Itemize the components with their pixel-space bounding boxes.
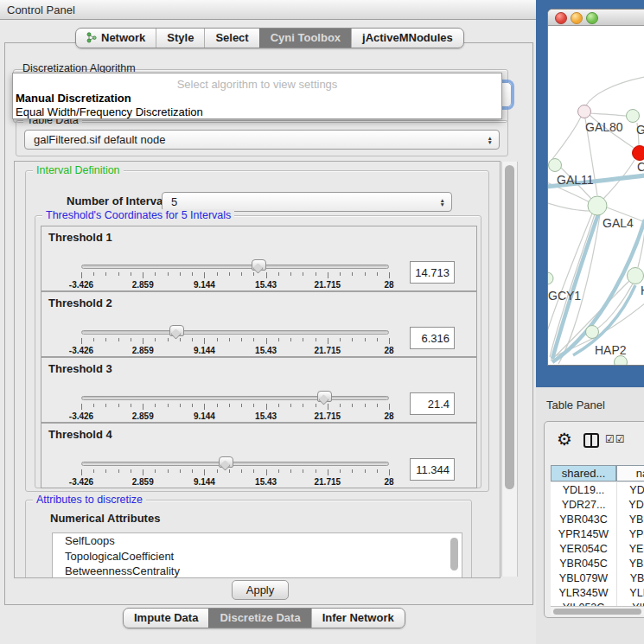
table-row[interactable]: YIL052CYIL0: [551, 600, 644, 606]
slider-thumb[interactable]: [252, 259, 266, 271]
app-root: Control Panel ✖ NetworkStyleSelectCyni T…: [0, 0, 644, 644]
numerical-attributes-list[interactable]: SelfLoopsTopologicalCoefficientBetweenne…: [52, 532, 462, 578]
slider-tick: [365, 272, 366, 276]
attribute-item-topologicalcoefficient[interactable]: TopologicalCoefficient: [53, 549, 462, 564]
slider-thumb[interactable]: [169, 325, 184, 336]
threshold-panel-4: Threshold 4-3.4262.8599.14415.4321.71528…: [41, 423, 477, 488]
table-column-header-na[interactable]: na: [616, 465, 644, 481]
slider-tick: [192, 469, 193, 473]
table-row[interactable]: YPR145WYPR1: [551, 526, 644, 541]
table-row[interactable]: YDR27...YDR2: [551, 497, 644, 512]
interval-definition-group: Interval Definition Number of Intervals …: [25, 170, 489, 492]
slider-tick-label: 15.43: [255, 280, 277, 290]
threshold-slider-2[interactable]: -3.4262.8599.14415.4321.71528: [81, 325, 389, 354]
network-node[interactable]: [633, 146, 644, 161]
table-hscrollbar-thumb[interactable]: [553, 609, 641, 615]
algorithm-placeholder: Select algorithm to view settings: [13, 78, 501, 91]
threshold-value-field[interactable]: 11.344: [410, 458, 455, 481]
slider-tick-label: 2.859: [132, 411, 154, 421]
slider-track[interactable]: [81, 396, 389, 400]
slider-track[interactable]: [81, 462, 389, 466]
slider-track[interactable]: [81, 265, 389, 269]
select-checkboxes-icon[interactable]: ☑☑: [605, 433, 626, 445]
slider-track[interactable]: [81, 330, 389, 335]
minimize-traffic-light-icon[interactable]: [571, 12, 583, 24]
network-node[interactable]: [627, 110, 640, 123]
network-node[interactable]: [588, 196, 607, 215]
tab-discretize-data[interactable]: Discretize Data: [208, 609, 310, 628]
attribute-item-selfloops[interactable]: SelfLoops: [53, 533, 462, 549]
table-row[interactable]: YDL19...YDL1: [551, 482, 644, 497]
algorithm-option-manual-discretization[interactable]: Manual Discretization: [16, 92, 131, 105]
slider-tick: [93, 338, 94, 341]
tab-label: Impute Data: [134, 611, 198, 624]
slider-tick: [241, 404, 242, 407]
slider-tick: [168, 469, 169, 473]
network-edge: [590, 113, 626, 116]
tab-network[interactable]: Network: [76, 29, 156, 48]
close-traffic-light-icon[interactable]: [555, 12, 567, 24]
table-cell: YIL052C: [551, 600, 617, 606]
tab-style[interactable]: Style: [156, 29, 204, 48]
threshold-slider-1[interactable]: -3.4262.8599.14415.4321.71528: [81, 259, 389, 289]
slider-tick: [168, 338, 169, 341]
slider-tick: [303, 272, 303, 276]
slider-tick: [131, 404, 131, 407]
table-row[interactable]: YBR045CYBR0: [551, 556, 644, 571]
threshold-slider-3[interactable]: -3.4262.8599.14415.4321.71528: [81, 391, 389, 420]
table-row[interactable]: YBR043CYBR0: [551, 512, 644, 526]
apply-button[interactable]: Apply: [232, 580, 289, 600]
columns-icon[interactable]: [583, 433, 599, 448]
tab-infer-network[interactable]: Infer Network: [311, 609, 405, 628]
zoom-traffic-light-icon[interactable]: [586, 12, 598, 24]
threshold-value-field[interactable]: 21.4: [410, 392, 455, 415]
algorithm-option-equal-width-frequency-discretization[interactable]: Equal Width/Frequency Discretization: [16, 105, 203, 118]
network-node[interactable]: [548, 272, 553, 284]
network-canvas[interactable]: GAL80GACGAL11GAL4GCY1HHAP2: [548, 25, 644, 365]
threshold-label: Threshold 4: [48, 428, 112, 441]
table-column-header-shared[interactable]: shared...: [551, 465, 616, 481]
network-node[interactable]: [578, 105, 591, 118]
slider-tick: [180, 272, 181, 276]
slider-tick: [81, 272, 82, 278]
network-node[interactable]: [586, 326, 599, 339]
slider-tick-label: 9.144: [194, 346, 215, 355]
tab-select[interactable]: Select: [204, 29, 258, 48]
slider-tick: [81, 338, 82, 344]
table-data-combobox[interactable]: galFiltered.sif default node ▲▼: [24, 130, 500, 150]
list-scrollbar-thumb[interactable]: [450, 538, 458, 571]
tab-impute-data[interactable]: Impute Data: [124, 609, 208, 628]
network-node[interactable]: [549, 159, 562, 172]
table-row[interactable]: YBL079WYBL0: [551, 571, 644, 585]
slider-tick: [316, 272, 316, 276]
table-row[interactable]: YER054CYER0: [551, 541, 644, 556]
threshold-value-field[interactable]: 14.713: [410, 261, 455, 284]
slider-thumb[interactable]: [317, 391, 332, 402]
table-cell: YPR145W: [551, 526, 617, 541]
slider-tick-label: 2.859: [132, 280, 154, 290]
threshold-value-field[interactable]: 6.316: [410, 327, 455, 349]
slider-tick-label: 15.43: [255, 477, 277, 487]
slider-thumb[interactable]: [219, 456, 233, 468]
attribute-item-betweennesscentrality[interactable]: BetweennessCentrality: [53, 564, 462, 578]
network-node[interactable]: [615, 356, 628, 366]
slider-tick: [328, 404, 328, 410]
table-hscrollbar-track[interactable]: [551, 606, 644, 615]
slider-tick-label: -3.426: [69, 280, 93, 290]
tab-cyni-toolbox[interactable]: Cyni Toolbox: [259, 29, 351, 48]
gear-icon[interactable]: ⚙: [557, 429, 572, 450]
threshold-slider-4[interactable]: -3.4262.8599.14415.4321.71528: [81, 456, 389, 486]
node-label: GCY1: [548, 289, 581, 303]
settings-scrollbar-thumb[interactable]: [505, 165, 514, 489]
slider-tick: [118, 404, 119, 407]
slider-tick: [352, 404, 353, 407]
settings-scrollbar-track[interactable]: [501, 162, 518, 577]
slider-tick: [81, 404, 82, 410]
node-label: H: [641, 284, 644, 297]
network-node[interactable]: [628, 268, 644, 284]
table-row[interactable]: YLR345WYLR3: [551, 585, 644, 600]
slider-tick: [229, 338, 230, 341]
table-cell: YBR043C: [551, 512, 617, 526]
slider-tick: [253, 404, 254, 407]
tab-jactivemnodules[interactable]: jActiveMNodules: [351, 29, 463, 48]
